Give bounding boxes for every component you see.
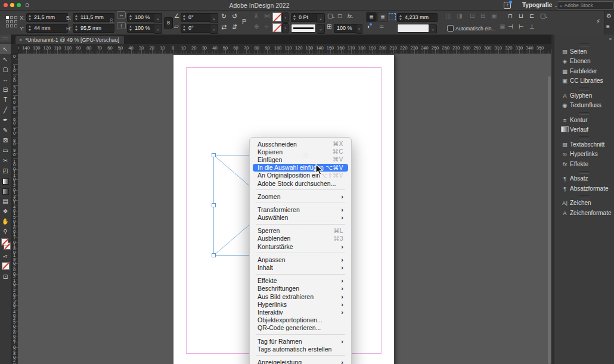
menu-item[interactable]: Beschriftungen› xyxy=(253,285,348,293)
menu-item[interactable]: In die Auswahl einfügen⌥⌘V xyxy=(253,164,348,172)
formatting-affects-icons[interactable]: ▪T xyxy=(0,251,11,262)
frame-tool[interactable]: ⊠ xyxy=(0,135,11,145)
screen-mode-icon[interactable]: ⊡ xyxy=(0,272,11,282)
fill-swatch-none[interactable] xyxy=(272,13,281,21)
rotation-dropdown[interactable]: ⌄ xyxy=(210,13,218,23)
underline-option-icon[interactable]: ≍ xyxy=(379,23,384,31)
select-container-icon[interactable]: P xyxy=(242,17,246,26)
menu-item[interactable]: Einfügen⌘V xyxy=(253,155,348,163)
menu-item[interactable]: Anpassen› xyxy=(253,256,348,263)
panel-textabschnitt[interactable]: ▤Textabschnitt xyxy=(554,139,614,150)
tools-panel-header[interactable] xyxy=(0,35,11,42)
selection-tool[interactable]: ↖ xyxy=(0,44,11,54)
menu-item[interactable]: QR-Code generieren... xyxy=(253,324,348,332)
note-tool[interactable]: ▤ xyxy=(0,196,11,206)
menu-item[interactable]: Effekte› xyxy=(253,277,348,285)
workspace-switcher[interactable]: Typografie ⌄ xyxy=(522,2,558,8)
distribute-left-icon[interactable]: ⊣ xyxy=(508,23,513,31)
align-right-icon[interactable]: ⊏ xyxy=(529,12,534,20)
opacity-field[interactable]: 100 % xyxy=(334,24,358,33)
direct-selection-tool[interactable]: ↖ xyxy=(0,54,11,64)
menu-item[interactable]: Auswählen› xyxy=(253,214,348,222)
horizontal-ruler[interactable]: 1501401301201101009080706050403020100102… xyxy=(11,44,551,54)
collapse-panels-icon[interactable]: « xyxy=(609,36,612,42)
panel-farbfelder[interactable]: ▦Farbfelder xyxy=(554,66,614,76)
panel-hyperlinks[interactable]: ∞Hyperlinks xyxy=(554,150,614,160)
menu-item[interactable]: Ausblenden⌘3 xyxy=(253,235,348,242)
menu-item[interactable]: Sperren⌘L xyxy=(253,227,348,235)
rectangle-tool[interactable]: ▭ xyxy=(0,145,11,155)
autofit-checkbox[interactable] xyxy=(447,25,454,32)
panel-absatz[interactable]: ¶Absatz xyxy=(554,174,614,184)
scale-x-dropdown[interactable]: ⌄ xyxy=(154,13,162,23)
menu-item[interactable]: Tag für Rahmen› xyxy=(253,337,348,345)
distribute-center-icon[interactable]: ⊢ xyxy=(519,23,524,31)
free-transform-tool[interactable]: ◰ xyxy=(0,166,11,176)
menu-item[interactable]: Aus Bild extrahieren› xyxy=(253,293,348,300)
align-left-icon[interactable]: ⊓ xyxy=(508,12,513,20)
width-field[interactable]: 111,5 mm xyxy=(73,13,114,22)
menu-item[interactable]: Objektexportoptionen... xyxy=(253,316,348,324)
flip-horizontal-icon[interactable]: ⇄ xyxy=(221,23,227,31)
home-icon[interactable]: ⌂ xyxy=(25,1,29,8)
type-tool[interactable]: T xyxy=(0,95,11,105)
share-icon[interactable]: ↑ xyxy=(504,2,511,9)
stroke-swatch-dropdown[interactable]: › xyxy=(282,23,289,33)
panel-textumfluss[interactable]: ◉Textumfluss xyxy=(554,101,614,111)
panel-verlauf[interactable]: Verlauf xyxy=(554,125,614,135)
gpu-performance-icon[interactable]: ⚡ xyxy=(596,17,600,26)
flip-vertical-icon[interactable]: ⇵ xyxy=(232,23,237,31)
opacity-dropdown[interactable]: › xyxy=(356,24,362,34)
page-tool[interactable]: ▢ xyxy=(0,64,11,74)
stroke-swatch-none[interactable] xyxy=(272,23,281,32)
menu-item[interactable]: Hyperlinks› xyxy=(253,300,348,308)
panel-cc-libraries[interactable]: ▣CC Libraries xyxy=(554,76,614,86)
close-window-button[interactable] xyxy=(4,3,8,7)
hand-tool[interactable]: ✋ xyxy=(0,216,11,226)
group-drag-handle[interactable] xyxy=(579,195,589,198)
menu-item[interactable]: Adobe Stock durchsuchen... xyxy=(253,179,348,187)
document-tab[interactable]: ×*Unbenannt-1 @ 49 % [GPU-Vorschau] xyxy=(15,36,124,44)
corner-options-icon[interactable]: ▢. xyxy=(327,12,334,20)
pen-tool[interactable]: ✒ xyxy=(0,115,11,125)
constrain-dimensions-icon[interactable]: 8 xyxy=(110,17,113,26)
color-theme-tool[interactable]: ❖ xyxy=(0,206,11,216)
fill-color-swatch[interactable] xyxy=(1,238,8,245)
fill-swatch-dropdown[interactable]: › xyxy=(282,13,289,23)
group-drag-handle[interactable] xyxy=(579,136,589,139)
stroke-weight-dropdown[interactable]: ⌄ xyxy=(317,13,325,23)
x-position-field[interactable]: 21,5 mm xyxy=(26,13,68,22)
fx-icon[interactable]: fx. xyxy=(348,12,353,20)
panel-zeichen[interactable]: A|Zeichen xyxy=(554,198,614,209)
corner-shape-icon[interactable]: □ xyxy=(338,12,342,20)
group-drag-handle[interactable] xyxy=(579,43,589,46)
menu-item[interactable]: Inhalt› xyxy=(253,263,348,271)
rotate-ccw-icon[interactable]: ↺ xyxy=(232,12,237,20)
height-field[interactable]: 95,5 mm xyxy=(73,24,114,33)
panel-kontur[interactable]: ≡Kontur xyxy=(554,115,614,125)
shear-dropdown[interactable]: ⌄ xyxy=(210,24,218,34)
panel-menu-icon[interactable]: ≡ xyxy=(606,23,610,31)
distribute-bottom-icon[interactable]: ⊥ xyxy=(529,23,535,31)
minimize-window-button[interactable] xyxy=(10,3,14,7)
line-tool[interactable]: ╱ xyxy=(0,105,11,115)
panel-absatzformate[interactable]: ¶Absatzformate xyxy=(554,183,614,194)
rotate-cw-icon[interactable]: ↻ xyxy=(221,12,227,20)
scale-y-dropdown[interactable]: ⌄ xyxy=(154,24,162,34)
menu-item[interactable]: Transformieren› xyxy=(253,206,348,213)
y-position-field[interactable]: 44 mm xyxy=(26,24,68,33)
scissors-tool[interactable]: ✂ xyxy=(0,155,11,166)
close-tab-icon[interactable]: × xyxy=(19,37,22,43)
zoom-tool[interactable]: ⚲ xyxy=(0,226,11,237)
wrap-none-icon[interactable]: ≣ xyxy=(366,12,377,22)
apply-none-swatch[interactable] xyxy=(2,262,10,270)
panel-glyphen[interactable]: AGlyphen xyxy=(554,91,614,101)
vertical-scrollbar[interactable] xyxy=(548,76,551,364)
menu-item[interactable]: Zoomen› xyxy=(253,192,348,200)
gradient-feather-tool[interactable] xyxy=(0,186,11,196)
menu-item[interactable]: Anzeigeleistung› xyxy=(253,358,348,364)
group-drag-handle[interactable] xyxy=(579,171,589,174)
menu-item[interactable]: Kopieren⌘C xyxy=(253,148,348,155)
panel-ebenen[interactable]: ◈Ebenen xyxy=(554,57,614,67)
panel-zeichenformate[interactable]: AZeichenformate xyxy=(554,208,614,218)
